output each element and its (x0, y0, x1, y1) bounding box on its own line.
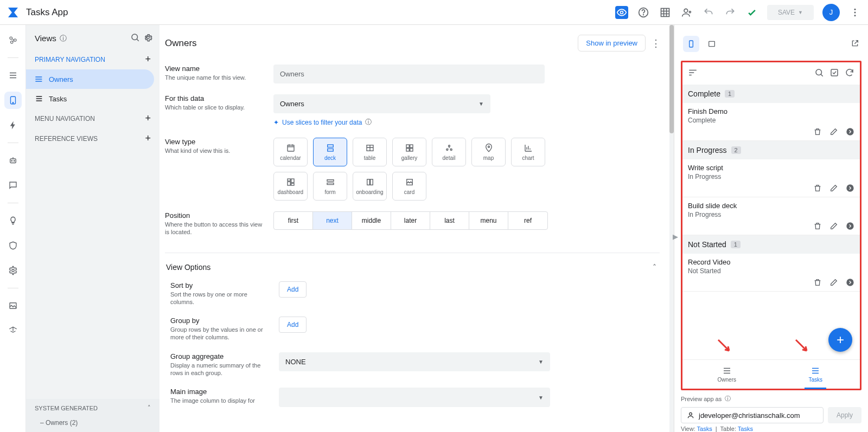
preview-tablet-icon[interactable] (704, 36, 720, 52)
trash-icon[interactable] (813, 222, 822, 230)
footer-table-link[interactable]: Tasks (738, 425, 753, 432)
add-user-icon[interactable] (680, 6, 693, 19)
save-button[interactable]: SAVE▼ (767, 5, 814, 20)
add-ref-view[interactable]: + (145, 133, 151, 144)
list-item[interactable]: Record Video Not Started (682, 254, 860, 292)
svg-point-14 (11, 160, 12, 162)
preview-box-icon[interactable] (615, 6, 628, 19)
system-owners2[interactable]: – Owners (2) (26, 417, 159, 432)
nav-owners[interactable]: Owners (26, 69, 154, 89)
info-icon[interactable]: ⓘ (60, 34, 67, 43)
svg-point-45 (846, 128, 853, 135)
avatar[interactable]: J (822, 4, 840, 21)
redo-icon[interactable] (724, 6, 737, 19)
nav-tasks[interactable]: Tasks (26, 89, 159, 108)
bottom-tab-tasks[interactable]: Tasks (771, 360, 860, 389)
rail-idea-icon[interactable] (4, 212, 22, 229)
pos-first[interactable]: first (274, 212, 313, 229)
pos-menu[interactable]: menu (469, 212, 508, 229)
gear-icon[interactable] (143, 33, 153, 44)
vtype-table[interactable]: table (353, 138, 387, 166)
check-icon[interactable] (745, 6, 758, 19)
preview-user-select[interactable]: jdeveloper@christianschalk.com (681, 407, 824, 423)
list-item[interactable]: Write script In Progress (682, 159, 860, 197)
category-system[interactable]: SYSTEM GENERATED˄ (26, 399, 159, 417)
edit-icon[interactable] (829, 222, 838, 230)
rail-views-icon[interactable] (4, 92, 22, 109)
vtype-gallery[interactable]: gallery (392, 138, 426, 166)
show-in-preview-button[interactable]: Show in preview (578, 35, 646, 51)
rail-settings-icon[interactable] (4, 262, 22, 279)
vtype-map[interactable]: map (471, 138, 506, 166)
collapse-preview[interactable]: ▶ (673, 229, 678, 245)
rail-actions-icon[interactable] (4, 117, 22, 134)
vtype-detail[interactable]: detail (432, 138, 466, 166)
chevron-right-icon[interactable] (846, 184, 854, 192)
scrollbar-thumb[interactable] (669, 25, 674, 133)
vtype-onboarding[interactable]: onboarding (353, 172, 387, 201)
svg-rect-25 (410, 145, 412, 147)
vtype-card[interactable]: card (392, 172, 426, 201)
apply-button[interactable]: Apply (828, 407, 861, 423)
group-complete: Complete1 (682, 85, 860, 103)
edit-icon[interactable] (829, 278, 838, 287)
trash-icon[interactable] (813, 184, 822, 192)
rail-chat-icon[interactable] (4, 177, 22, 194)
chevron-right-icon[interactable] (846, 127, 854, 136)
phone-check-icon[interactable] (829, 68, 839, 79)
chevron-right-icon[interactable] (846, 222, 854, 230)
group-inprogress: In Progress2 (682, 141, 860, 159)
chevron-right-icon[interactable] (846, 278, 854, 287)
phone-refresh-icon[interactable] (845, 68, 854, 79)
fab-add[interactable]: + (828, 328, 852, 352)
sort-icon[interactable] (688, 68, 698, 79)
svg-point-18 (132, 34, 138, 40)
add-sort-button[interactable]: Add (279, 281, 307, 298)
list-item[interactable]: Build slide deck In Progress (682, 197, 860, 235)
add-group-button[interactable]: Add (279, 317, 307, 333)
vtype-deck[interactable]: deck (313, 138, 347, 166)
rail-home-icon[interactable] (4, 31, 22, 49)
pos-middle[interactable]: middle (352, 212, 391, 229)
trash-icon[interactable] (813, 278, 822, 287)
bottom-tab-owners[interactable]: Owners (682, 360, 771, 389)
vtype-calendar[interactable]: calendar (273, 138, 308, 166)
info-icon[interactable]: ⓘ (725, 395, 731, 403)
edit-icon[interactable] (829, 127, 838, 136)
rail-deploy-icon[interactable] (4, 322, 22, 339)
footer-view-link[interactable]: Tasks (697, 425, 712, 432)
add-menu-view[interactable]: + (145, 113, 151, 124)
for-data-select[interactable]: Owners▼ (273, 94, 490, 113)
top-icons: SAVE▼ J (615, 4, 861, 21)
grid-view-icon[interactable] (659, 6, 672, 19)
preview-as-label: Preview app as (681, 396, 722, 402)
trash-icon[interactable] (813, 127, 822, 136)
pos-ref[interactable]: ref (508, 212, 547, 229)
open-external-icon[interactable] (851, 39, 859, 49)
group-agg-select[interactable]: NONE▼ (279, 352, 550, 371)
editor-more-icon[interactable]: ⋮ (651, 37, 661, 49)
rail-security-icon[interactable] (4, 237, 22, 254)
rail-bot-icon[interactable] (4, 152, 22, 169)
pos-next[interactable]: next (313, 212, 352, 229)
undo-icon[interactable] (702, 6, 715, 19)
add-primary-view[interactable]: + (145, 54, 151, 65)
edit-icon[interactable] (829, 184, 838, 192)
rail-data-icon[interactable] (4, 67, 22, 84)
main-image-select[interactable]: ▼ (279, 388, 550, 407)
vtype-chart[interactable]: chart (511, 138, 545, 166)
vtype-dashboard[interactable]: dashboard (273, 172, 308, 201)
search-icon[interactable] (130, 33, 140, 44)
preview-mobile-icon[interactable] (683, 36, 699, 52)
view-name-input[interactable]: Owners (273, 65, 545, 83)
vtype-form[interactable]: form (313, 172, 347, 201)
more-icon[interactable] (848, 6, 861, 19)
rail-image-icon[interactable] (4, 297, 22, 314)
pos-last[interactable]: last (430, 212, 469, 229)
collapse-options[interactable]: ˄ (653, 263, 656, 272)
help-icon[interactable] (637, 6, 650, 19)
phone-search-icon[interactable] (814, 68, 824, 79)
slice-hint[interactable]: ✦Use slices to filter your dataⓘ (273, 118, 550, 127)
list-item[interactable]: Finish Demo Complete (682, 103, 860, 141)
pos-later[interactable]: later (391, 212, 430, 229)
